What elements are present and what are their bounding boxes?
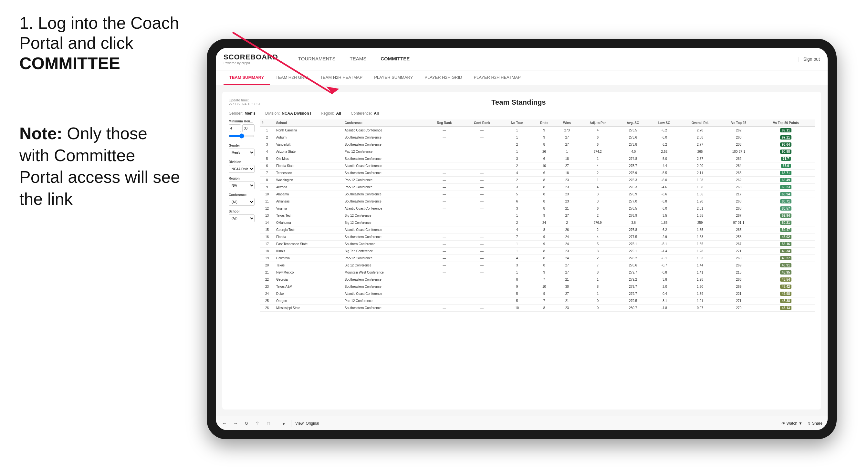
cell-wins: 27 bbox=[556, 162, 578, 169]
cell-adj-score: 3 bbox=[578, 198, 617, 205]
app-header: SCOREBOARD Powered by clippd TOURNAMENTS… bbox=[216, 48, 828, 70]
cell-rank: 5 bbox=[260, 155, 274, 162]
cell-vs-top50: 71.7 bbox=[757, 155, 815, 162]
toolbar-refresh[interactable]: ↻ bbox=[243, 420, 250, 427]
sub-nav-player-summary[interactable]: PLAYER SUMMARY bbox=[368, 70, 418, 85]
division-filter-label: Division bbox=[229, 160, 254, 164]
cell-reg-rank: — bbox=[426, 234, 463, 241]
cell-wins: 24 bbox=[556, 255, 578, 262]
table-row: 23 Texas A&M Southeastern Conference — —… bbox=[260, 283, 815, 290]
col-conf-rank: Conf Rank bbox=[463, 120, 501, 127]
cell-rnds: 8 bbox=[533, 205, 556, 212]
cell-conf-rank: — bbox=[463, 155, 501, 162]
min-rounds-input1[interactable] bbox=[229, 124, 241, 132]
cell-rank: 9 bbox=[260, 184, 274, 191]
cell-avg-sg: 276.3 bbox=[617, 177, 649, 184]
table-row: 1 North Carolina Atlantic Coast Conferen… bbox=[260, 127, 815, 134]
sign-out-link[interactable]: | Sign out bbox=[798, 57, 820, 62]
sub-nav-team-summary[interactable]: TEAM SUMMARY bbox=[223, 70, 270, 85]
filter-conference: Conference: All bbox=[351, 111, 379, 116]
nav-tournaments[interactable]: TOURNAMENTS bbox=[291, 48, 343, 70]
cell-vs-top25: 260 bbox=[720, 255, 757, 262]
division-select[interactable]: NCAA Division I bbox=[229, 165, 254, 173]
cell-wins: 23 bbox=[556, 305, 578, 312]
cell-adj-score: 4 bbox=[578, 184, 617, 191]
cell-school: Texas Tech bbox=[274, 212, 343, 219]
table-row: 3 Vanderbilt Southeastern Conference — —… bbox=[260, 141, 815, 148]
min-rounds-input2[interactable] bbox=[242, 124, 254, 132]
cell-rank: 12 bbox=[260, 205, 274, 212]
cell-vs-top50: 42.98 bbox=[757, 290, 815, 298]
cell-rnds: 24 bbox=[533, 219, 556, 226]
cell-vs-top25: 260 bbox=[720, 134, 757, 141]
cell-conf-rank: — bbox=[463, 219, 501, 226]
cell-reg-rank: — bbox=[426, 283, 463, 290]
table-row: 5 Ole Miss Southeastern Conference — — 3… bbox=[260, 155, 815, 162]
cell-low-sg: -0.7 bbox=[649, 262, 680, 269]
cell-school: Arizona bbox=[274, 184, 343, 191]
view-original-btn[interactable]: View: Original bbox=[295, 421, 319, 426]
filter-region: Region: All bbox=[321, 111, 341, 116]
cell-avg-sg: 276.5 bbox=[617, 205, 649, 212]
cell-overall-rd: 1.53 bbox=[680, 255, 720, 262]
cell-conf-rank: — bbox=[463, 283, 501, 290]
cell-reg-rank: — bbox=[426, 298, 463, 305]
cell-rnds: 8 bbox=[533, 255, 556, 262]
share-btn[interactable]: ⇧ Share bbox=[808, 421, 823, 426]
col-rnds: Rnds bbox=[533, 120, 556, 127]
cell-rank: 6 bbox=[260, 162, 274, 169]
cell-overall-rd: 0.97 bbox=[680, 305, 720, 312]
step-instruction: Log into the Coach Portal and click bbox=[20, 13, 179, 52]
cell-avg-sg: 276.9 bbox=[617, 212, 649, 219]
cell-school: Texas bbox=[274, 262, 343, 269]
gender-select[interactable]: Men's bbox=[229, 149, 254, 156]
cell-overall-rd: 2.20 bbox=[680, 162, 720, 169]
cell-low-sg: -3.1 bbox=[649, 298, 680, 305]
cell-reg-rank: — bbox=[426, 276, 463, 283]
nav-teams[interactable]: TEAMS bbox=[342, 48, 373, 70]
sub-nav-player-h2h-grid[interactable]: PLAYER H2H GRID bbox=[418, 70, 468, 85]
cell-avg-sg: 274.8 bbox=[617, 155, 649, 162]
cell-rank: 3 bbox=[260, 141, 274, 148]
cell-rnds: 9 bbox=[533, 134, 556, 141]
sub-nav-team-h2h-heatmap[interactable]: TEAM H2H HEATMAP bbox=[314, 70, 368, 85]
cell-adj-score: 0 bbox=[578, 305, 617, 312]
col-vs-top25: Vs Top 25 bbox=[720, 120, 757, 127]
cell-adj-score: 3 bbox=[578, 191, 617, 198]
region-select[interactable]: N/A bbox=[229, 182, 254, 189]
conference-select[interactable]: (All) bbox=[229, 198, 254, 206]
toolbar-back[interactable]: ← bbox=[221, 420, 228, 427]
cell-rank: 13 bbox=[260, 212, 274, 219]
school-select[interactable]: (All) bbox=[229, 214, 254, 222]
cell-reg-rank: — bbox=[426, 127, 463, 134]
cell-wins: 26 bbox=[556, 226, 578, 234]
cell-vs-top50: 96.64 bbox=[757, 141, 815, 148]
cell-overall-rd: 1.85 bbox=[680, 212, 720, 219]
toolbar-forward[interactable]: → bbox=[232, 420, 239, 427]
cell-avg-sg: 277.5 bbox=[617, 234, 649, 241]
sub-nav-player-h2h-heatmap[interactable]: PLAYER H2H HEATMAP bbox=[468, 70, 526, 85]
toolbar-bookmark[interactable]: □ bbox=[265, 420, 272, 427]
filter-group-school: School (All) bbox=[229, 210, 254, 222]
min-rounds-slider[interactable] bbox=[229, 133, 254, 138]
sub-nav-team-h2h-grid[interactable]: TEAM H2H GRID bbox=[270, 70, 314, 85]
nav-committee[interactable]: COMMITTEE bbox=[373, 48, 417, 70]
update-time-value: 27/03/2024 16:56:26 bbox=[229, 102, 261, 106]
watch-btn[interactable]: 👁 Watch ▼ bbox=[781, 421, 802, 426]
cell-rank: 1 bbox=[260, 127, 274, 134]
cell-reg-rank: — bbox=[426, 162, 463, 169]
cell-overall-rd: 1.63 bbox=[680, 234, 720, 241]
cell-adj-score: 4 bbox=[578, 162, 617, 169]
cell-school: Arizona State bbox=[274, 148, 343, 155]
cell-conference: Southeastern Conference bbox=[343, 198, 426, 205]
cell-vs-top50: 59.94 bbox=[757, 212, 815, 219]
cell-no-tour: 2 bbox=[501, 177, 532, 184]
cell-vs-top25: 203 bbox=[720, 141, 757, 148]
toolbar-time[interactable]: ● bbox=[280, 420, 287, 427]
cell-no-tour: 1 bbox=[501, 248, 532, 255]
cell-conf-rank: — bbox=[463, 269, 501, 276]
toolbar-share-icon[interactable]: ⇧ bbox=[254, 420, 261, 427]
cell-reg-rank: — bbox=[426, 212, 463, 219]
table-row: 15 Georgia Tech Atlantic Coast Conferenc… bbox=[260, 226, 815, 234]
cell-reg-rank: — bbox=[426, 262, 463, 269]
